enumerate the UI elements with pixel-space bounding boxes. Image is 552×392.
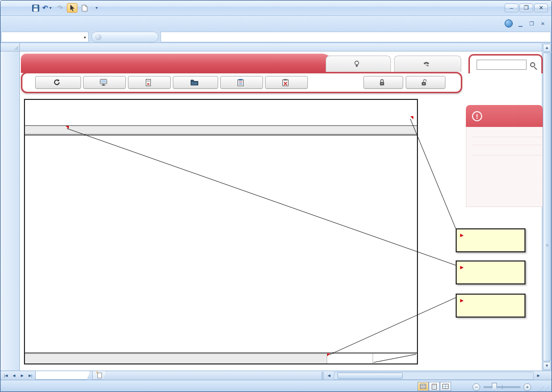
total-label-cell[interactable] <box>25 354 327 363</box>
ribbon-tab-strip: ▁ ❐ ✕ <box>1 16 551 31</box>
create-file-button[interactable] <box>173 76 218 89</box>
select-all-corner[interactable] <box>1 43 20 51</box>
zoom-in-button[interactable]: + <box>523 383 531 391</box>
vertical-scrollbar[interactable]: ▲ ≡ ▼ <box>542 43 551 371</box>
undo-button[interactable]: ↶▾ <box>42 3 53 13</box>
page-break-view-button[interactable] <box>440 382 451 391</box>
monitor-icon <box>100 79 107 86</box>
arrow-left-icon: ◀ <box>328 374 330 377</box>
qat-more-button[interactable]: ▾ <box>91 3 102 13</box>
column-headers <box>20 43 543 51</box>
last-sheet-button[interactable]: ▶| <box>27 372 34 379</box>
sheet-tab-bar: |◀ ◀ ▶ ▶| ◀ ▶ <box>1 371 551 380</box>
new-document-button[interactable] <box>79 3 90 13</box>
cursor-icon <box>69 5 75 11</box>
phone-icon <box>423 61 430 67</box>
show-memo-button[interactable] <box>220 76 263 89</box>
save-icon <box>32 5 39 12</box>
minimize-icon: ▁ <box>518 21 522 27</box>
window-controls: – ❐ ✕ <box>505 4 548 12</box>
security-step-2 <box>472 137 542 145</box>
table-header-row <box>25 125 417 136</box>
print-button[interactable] <box>128 76 171 89</box>
comment-marker-date[interactable] <box>410 116 413 119</box>
search-input[interactable] <box>477 60 527 70</box>
arrow-down-icon: ▼ <box>545 363 549 368</box>
printer-icon <box>145 79 151 86</box>
zoom-slider-thumb[interactable] <box>492 383 497 390</box>
redo-icon: ↷ <box>57 5 63 11</box>
first-sheet-button[interactable]: |◀ <box>2 372 10 379</box>
vertical-scroll-thumb[interactable]: ≡ <box>543 53 551 361</box>
workbook-restore-button[interactable]: ❐ <box>527 20 536 28</box>
tab-excel-knowledge[interactable] <box>326 56 391 72</box>
select-pointer-button[interactable] <box>67 3 77 13</box>
first-sheet-icon: |◀ <box>4 374 8 377</box>
triangle-bullet-icon: ▶ <box>460 298 463 303</box>
minimize-button[interactable]: – <box>505 4 518 12</box>
redo-button[interactable]: ↷ <box>55 3 65 13</box>
horizontal-scroll-thumb[interactable] <box>337 373 403 379</box>
search-icon[interactable] <box>530 62 535 67</box>
last-sheet-icon: ▶| <box>29 374 32 377</box>
workbook-minimize-button[interactable]: ▁ <box>516 20 525 28</box>
maximize-icon: ❐ <box>524 5 529 11</box>
corner-triangle-icon <box>14 45 18 50</box>
name-box[interactable]: ▼ <box>1 32 89 42</box>
help-button[interactable] <box>505 19 513 28</box>
page-layout-view-button[interactable] <box>429 382 440 391</box>
page-break-icon <box>442 384 449 389</box>
sheet-canvas: ! ▶ ▶ <box>20 51 543 371</box>
triangle-bullet-icon: ▶ <box>460 233 463 238</box>
folder-icon <box>191 80 198 86</box>
comment-note-total: ▶ <box>456 294 525 318</box>
normal-view-button[interactable] <box>417 382 429 391</box>
preview-button[interactable] <box>83 76 126 89</box>
hide-memo-button[interactable] <box>265 76 308 89</box>
unlock-icon <box>421 79 428 86</box>
insert-sheet-tab[interactable] <box>92 371 107 380</box>
horizontal-scrollbar[interactable] <box>334 372 534 380</box>
lightbulb-icon <box>354 61 359 67</box>
scroll-down-button[interactable]: ▼ <box>543 362 551 370</box>
insert-function-area[interactable] <box>91 32 159 42</box>
unprotect-sheet-button[interactable] <box>406 76 445 89</box>
comment-marker-ilja[interactable] <box>66 126 69 129</box>
hscroll-left-button[interactable]: ◀ <box>325 372 333 379</box>
save-button[interactable] <box>30 3 41 13</box>
new-entry-button[interactable] <box>35 76 81 89</box>
scroll-up-button[interactable]: ▲ <box>543 44 551 52</box>
view-shortcuts <box>417 382 451 391</box>
chevron-down-icon[interactable]: ▼ <box>83 36 87 39</box>
note-title: ▶ <box>460 264 521 271</box>
tab-split-handle[interactable] <box>322 372 324 379</box>
resize-grip-icon[interactable]: ⋰⋰ <box>539 386 550 391</box>
close-icon: ✕ <box>541 21 545 27</box>
close-button[interactable]: ✕ <box>534 4 548 12</box>
workbook-close-button[interactable]: ✕ <box>538 20 547 28</box>
protect-sheet-button[interactable] <box>363 76 403 89</box>
comment-marker-total[interactable] <box>327 353 330 356</box>
formula-input[interactable] <box>161 32 551 42</box>
triangle-bullet-icon: ▶ <box>460 265 463 270</box>
memo-hide-icon <box>282 79 288 86</box>
hscroll-right-button[interactable]: ▶ <box>535 372 542 379</box>
note-title: ▶ <box>460 231 521 239</box>
next-sheet-button[interactable]: ▶ <box>18 372 26 379</box>
tab-excel-consult[interactable] <box>394 56 461 72</box>
prev-sheet-button[interactable]: ◀ <box>10 372 18 379</box>
row-headers <box>1 51 20 371</box>
sheet-tab-active[interactable] <box>35 371 90 380</box>
refresh-icon <box>54 79 60 86</box>
table-total-row <box>25 352 417 363</box>
close-icon: ✕ <box>539 5 543 11</box>
minus-icon: − <box>475 384 478 390</box>
arrow-up-icon: ▲ <box>545 45 549 50</box>
expense-table <box>24 99 418 364</box>
maximize-button[interactable]: ❐ <box>519 4 533 12</box>
security-step-3 <box>472 145 542 149</box>
zoom-out-button[interactable]: − <box>472 383 480 391</box>
restore-icon: ❐ <box>530 21 534 27</box>
total-remark-cell[interactable] <box>373 354 417 363</box>
total-value-cell[interactable] <box>327 354 373 363</box>
